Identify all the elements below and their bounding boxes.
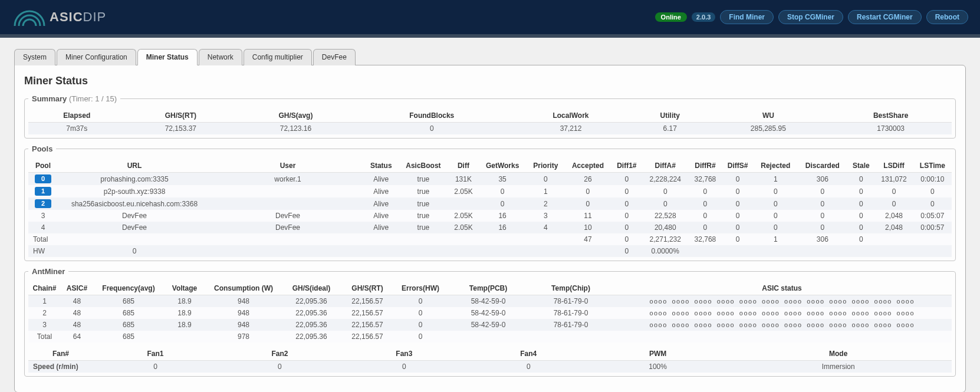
td-diff: 2.05K <box>449 210 478 222</box>
th-rejected: Rejected <box>754 159 797 173</box>
tab-config-multiplier[interactable]: Config multiplier <box>244 49 312 65</box>
td-rejected: 0 <box>754 210 797 222</box>
td-user <box>211 197 364 210</box>
td-diff: 2.05K <box>449 222 478 233</box>
td-discarded: 0 <box>797 210 847 222</box>
pool-row: 4DevFeeDevFeeAlivetrue2.05K16410020,4800… <box>28 222 952 233</box>
th-fan1: Fan1 <box>93 347 218 361</box>
tab-miner-status[interactable]: Miner Status <box>137 49 198 65</box>
td-diff1: 0 <box>611 210 642 222</box>
td-diff1: 0 <box>611 173 642 186</box>
th-fan4: Fan4 <box>466 347 591 361</box>
td-diffa: 0 <box>642 197 689 210</box>
td-ghs-rt: 72,153.37 <box>125 123 236 135</box>
th-pwm: PWM <box>591 347 725 361</box>
tab-miner-config[interactable]: Miner Configuration <box>57 49 136 65</box>
pool-row: 2sha256asicboost.eu.nicehash.com:3368Ali… <box>28 197 952 210</box>
td-discarded: 306 <box>797 173 847 186</box>
td-diffa: 20,480 <box>642 222 689 233</box>
header: ASICDIP Online 2.0.3 Find Miner Stop CGM… <box>0 0 980 34</box>
th-found: FoundBlocks <box>356 109 508 123</box>
fan-row-label: Speed (r/min) <box>28 361 93 373</box>
td-diffr: 0 <box>689 210 722 222</box>
td-getworks: 16 <box>478 222 527 233</box>
td-status: Alive <box>364 185 398 197</box>
th-rt: GH/S(RT) <box>341 282 394 295</box>
td-url: sha256asicboost.eu.nicehash.com:3368 <box>58 197 211 210</box>
reboot-button[interactable]: Reboot <box>926 10 968 24</box>
td-fan1: 0 <box>93 361 218 373</box>
td-best: 1730003 <box>830 123 952 135</box>
pool-index-badge: 1 <box>35 187 51 196</box>
td-getworks: 0 <box>478 185 527 197</box>
td-diffr: 0 <box>689 197 722 210</box>
pools-legend: Pools <box>28 144 56 153</box>
td-diffr: 0 <box>689 185 722 197</box>
td-diffa: 2,228,224 <box>642 173 689 186</box>
td-stale: 0 <box>847 173 874 186</box>
th-stale: Stale <box>847 159 874 173</box>
td-status: Alive <box>364 210 398 222</box>
td-getworks: 35 <box>478 173 527 186</box>
td-diffs: 0 <box>722 197 754 210</box>
stop-cgminer-button[interactable]: Stop CGMiner <box>778 10 843 24</box>
antminer-legend: AntMiner <box>28 267 68 276</box>
th-freq: Frequency(avg) <box>93 282 164 295</box>
td-priority: 3 <box>527 210 565 222</box>
pool-row: 1p2p-south.xyz:9338Alivetrue2.05K0100000… <box>28 185 952 197</box>
th-ghs-rt: GH/S(RT) <box>125 109 236 123</box>
chains-table: Chain# ASIC# Frequency(avg) Voltage Cons… <box>28 282 952 342</box>
th-getworks: GetWorks <box>478 159 527 173</box>
td-asicboost: true <box>398 173 449 186</box>
td-lstime: 0:00:10 <box>913 173 952 186</box>
find-miner-button[interactable]: Find Miner <box>720 10 774 24</box>
td-diffs: 0 <box>722 210 754 222</box>
pool-hw-row: HW000.0000% <box>28 245 952 257</box>
td-asicboost: true <box>398 197 449 210</box>
fan-table: Fan# Fan1 Fan2 Fan3 Fan4 PWM Mode Speed … <box>28 347 952 373</box>
summary-panel: Summary (Timer: 1 / 15) Elapsed GH/S(RT)… <box>24 94 956 139</box>
th-fan3: Fan3 <box>342 347 466 361</box>
tab-network[interactable]: Network <box>199 49 242 65</box>
td-accepted: 0 <box>564 185 611 197</box>
td-local: 37,212 <box>508 123 633 135</box>
td-lstime: 0 <box>913 197 952 210</box>
th-diff: Diff <box>449 159 478 173</box>
td-lsdiff: 0 <box>874 197 913 210</box>
page-content: Miner Status Summary (Timer: 1 / 15) Ela… <box>14 65 966 392</box>
td-discarded: 0 <box>797 197 847 210</box>
tab-system[interactable]: System <box>14 49 55 65</box>
logo-icon <box>12 5 47 29</box>
td-priority: 4 <box>527 222 565 233</box>
td-asicboost: true <box>398 210 449 222</box>
td-lstime: 0 <box>913 185 952 197</box>
th-lstime: LSTime <box>913 159 952 173</box>
td-total-label: Total <box>28 233 58 245</box>
td-rejected: 1 <box>754 173 797 186</box>
td-stale: 0 <box>847 210 874 222</box>
summary-legend: Summary (Timer: 1 / 15) <box>28 94 120 103</box>
th-volt: Voltage <box>164 282 205 295</box>
td-hw-label: HW <box>28 245 58 257</box>
restart-cgminer-button[interactable]: Restart CGMiner <box>848 10 922 24</box>
th-diffs: DiffS# <box>722 159 754 173</box>
header-actions: Online 2.0.3 Find Miner Stop CGMiner Res… <box>655 10 968 24</box>
td-lsdiff: 2,048 <box>874 222 913 233</box>
th-asicboost: AsicBoost <box>398 159 449 173</box>
td-accepted: 10 <box>564 222 611 233</box>
td-user <box>211 185 364 197</box>
td-discarded: 0 <box>797 185 847 197</box>
td-pool-idx: 4 <box>28 222 58 233</box>
td-diff: 131K <box>449 173 478 186</box>
status-badge: Online <box>655 12 687 22</box>
td-found: 0 <box>356 123 508 135</box>
tab-devfee[interactable]: DevFee <box>313 49 356 65</box>
td-diffr: 32,768 <box>689 173 722 186</box>
version-badge: 2.0.3 <box>692 12 715 22</box>
th-chip: Temp(Chip) <box>530 282 612 295</box>
th-discarded: Discarded <box>797 159 847 173</box>
td-lsdiff: 0 <box>874 185 913 197</box>
logo: ASICDIP <box>12 5 106 29</box>
th-user: User <box>211 159 364 173</box>
td-diffr: 0 <box>689 222 722 233</box>
